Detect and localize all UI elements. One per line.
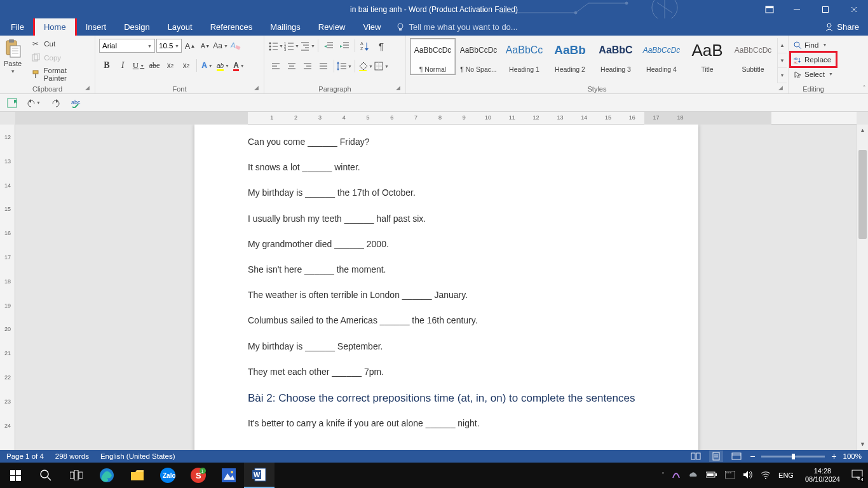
bold-button[interactable]: B: [99, 58, 114, 73]
status-language[interactable]: English (United States): [100, 452, 175, 460]
tray-language[interactable]: ENG: [778, 471, 794, 479]
document-line[interactable]: Columbus sailed to the Americas ______ t…: [248, 315, 645, 326]
tray-notifications[interactable]: 4: [851, 470, 863, 481]
underline-button[interactable]: U▼: [131, 58, 146, 73]
tab-references[interactable]: References: [201, 18, 261, 36]
maximize-button[interactable]: [811, 0, 839, 18]
sort-button[interactable]: AZ: [358, 38, 373, 53]
vertical-scrollbar[interactable]: ▲ ▼: [857, 125, 868, 450]
text-effects-button[interactable]: A▼: [200, 58, 215, 73]
grow-font-button[interactable]: A▲: [183, 39, 197, 53]
status-words[interactable]: 298 words: [55, 452, 89, 460]
document-line[interactable]: It snows a lot ______ winter.: [248, 161, 645, 173]
clear-formatting-button[interactable]: A: [229, 39, 243, 53]
styles-scroll-down[interactable]: ▼: [778, 53, 787, 69]
tab-design[interactable]: Design: [115, 18, 158, 36]
styles-launcher[interactable]: ◢: [778, 85, 786, 92]
increase-indent-button[interactable]: [337, 38, 352, 53]
share-button[interactable]: Share: [816, 18, 868, 36]
line-spacing-button[interactable]: ▼: [337, 58, 352, 74]
taskbar-app-photos[interactable]: [214, 463, 244, 488]
tray-app-icon[interactable]: [672, 470, 681, 480]
taskbar-app-skype[interactable]: S1: [183, 463, 214, 488]
zoom-in-button[interactable]: +: [831, 451, 836, 461]
zoom-level[interactable]: 100%: [843, 452, 862, 460]
document-line[interactable]: The weather is often terrible in London …: [248, 289, 645, 301]
find-button[interactable]: Find▼: [791, 38, 836, 51]
close-button[interactable]: [839, 0, 868, 18]
redo-button[interactable]: [48, 96, 62, 110]
tray-show-hidden[interactable]: ˆ: [662, 472, 664, 479]
taskbar-app-zalo[interactable]: Zalo: [153, 463, 183, 488]
start-button[interactable]: [0, 463, 31, 488]
document-line[interactable]: Can you come ______ Friday?: [248, 136, 645, 147]
tray-wifi-icon[interactable]: [761, 470, 771, 480]
task-view-button[interactable]: [61, 463, 92, 488]
superscript-button[interactable]: x2: [179, 58, 194, 73]
print-layout-button[interactable]: [709, 451, 723, 462]
multilevel-list-button[interactable]: ▼: [300, 38, 315, 53]
search-button[interactable]: [31, 463, 61, 488]
tab-home[interactable]: Home: [35, 18, 75, 36]
document-line[interactable]: My birthday is ______ September.: [248, 341, 645, 352]
tab-file[interactable]: File: [0, 18, 35, 36]
document-line[interactable]: My birthday is ______ the 17th of Octobe…: [248, 187, 645, 198]
minimize-button[interactable]: [782, 0, 811, 18]
justify-button[interactable]: [316, 58, 331, 74]
style-s-title[interactable]: AaBTitle: [684, 38, 730, 75]
paragraph-launcher[interactable]: ◢: [396, 85, 403, 92]
font-color-button[interactable]: A▼: [231, 58, 247, 73]
style-s-h3[interactable]: AaBbCHeading 3: [593, 38, 639, 75]
tab-insert[interactable]: Insert: [77, 18, 116, 36]
scroll-down-arrow[interactable]: ▼: [857, 438, 868, 450]
collapse-ribbon-button[interactable]: ˆ: [863, 85, 865, 92]
style-s-h2[interactable]: AaBbHeading 2: [547, 38, 593, 75]
numbering-button[interactable]: 123▼: [284, 38, 299, 53]
font-size-combo[interactable]: 10.5▼: [156, 39, 182, 53]
tray-keyboard-lang[interactable]: [725, 471, 735, 480]
tray-battery-icon[interactable]: [706, 471, 717, 479]
document-line[interactable]: My grandmother died ______ 2000.: [248, 238, 645, 250]
style-s-sub[interactable]: AaBbCcDcSubtitle: [730, 38, 776, 75]
clipboard-launcher[interactable]: ◢: [85, 85, 93, 92]
undo-button[interactable]: ▼: [27, 96, 41, 110]
font-launcher[interactable]: ◢: [254, 85, 262, 92]
scroll-thumb[interactable]: [858, 150, 867, 239]
document-heading[interactable]: Bài 2: Choose the correct prepositions t…: [248, 391, 645, 406]
tab-review[interactable]: Review: [309, 18, 355, 36]
zoom-knob[interactable]: [792, 454, 795, 459]
bullets-button[interactable]: ▼: [268, 38, 283, 53]
status-page[interactable]: Page 1 of 4: [6, 452, 44, 460]
tell-me-search[interactable]: Tell me what you want to do...: [390, 18, 524, 36]
tray-onedrive-icon[interactable]: [688, 471, 698, 480]
scroll-up-arrow[interactable]: ▲: [857, 125, 868, 136]
tab-view[interactable]: View: [354, 18, 390, 36]
format-painter-button[interactable]: Format Painter: [29, 66, 91, 83]
document-line[interactable]: I usually brush my teeth ______ half pas…: [248, 213, 645, 224]
borders-button[interactable]: ▼: [374, 58, 389, 74]
highlight-button[interactable]: ab▼: [215, 58, 231, 73]
styles-scroll-up[interactable]: ▲: [778, 38, 787, 53]
style-s-h1[interactable]: AaBbCcHeading 1: [501, 38, 547, 75]
show-marks-button[interactable]: ¶: [374, 38, 389, 53]
taskbar-app-edge[interactable]: [92, 463, 122, 488]
document-line[interactable]: They met each other ______ 7pm.: [248, 366, 645, 377]
read-mode-button[interactable]: [689, 451, 703, 462]
qat-save-selection[interactable]: [5, 96, 19, 110]
zoom-slider[interactable]: [761, 456, 825, 458]
subscript-button[interactable]: x2: [163, 58, 178, 73]
align-center-button[interactable]: [284, 58, 299, 74]
replace-button[interactable]: abacReplace: [791, 53, 836, 66]
select-button[interactable]: Select▼: [791, 67, 836, 81]
document-line[interactable]: She isn't here ______ the moment.: [248, 264, 645, 275]
style-s-h4[interactable]: AaBbCcDcHeading 4: [639, 38, 684, 75]
tab-mailings[interactable]: Mailings: [261, 18, 309, 36]
horizontal-ruler[interactable]: 123456789101112131415161718: [15, 112, 857, 125]
style-s-nospac[interactable]: AaBbCcDc¶ No Spac...: [456, 38, 501, 75]
font-name-combo[interactable]: Arial▼: [99, 39, 155, 53]
change-case-button[interactable]: Aa▼: [214, 39, 227, 53]
tab-layout[interactable]: Layout: [159, 18, 201, 36]
copy-button[interactable]: Copy: [29, 52, 91, 64]
zoom-out-button[interactable]: −: [750, 451, 755, 461]
style-s-normal[interactable]: AaBbCcDc¶ Normal: [410, 38, 456, 75]
